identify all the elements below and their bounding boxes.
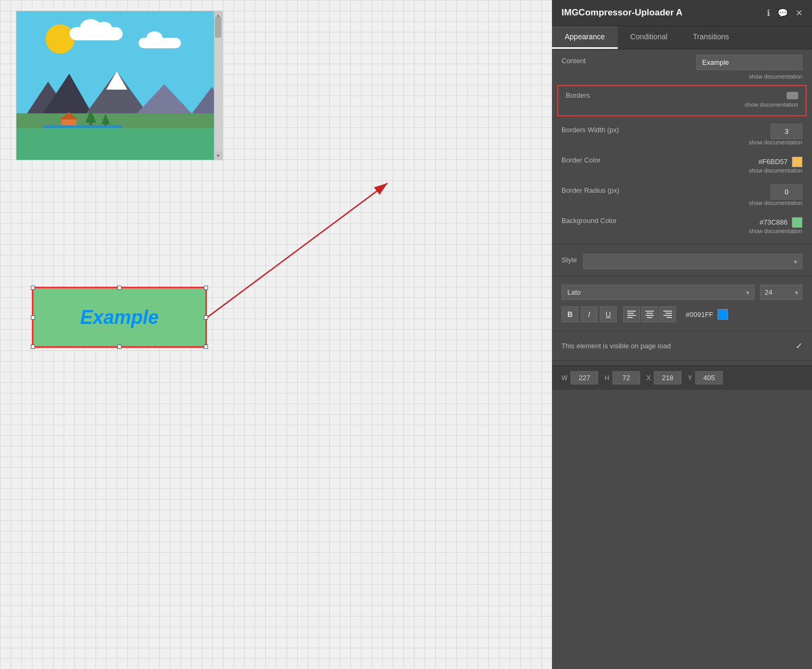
borders-doc-link[interactable]: show documentation [558,101,806,112]
align-center-button[interactable] [641,306,658,322]
right-panel: IMGCompressor-Uploader A ℹ 💬 ✕ Appearanc… [552,0,812,669]
border-color-value: #F6BD57 [758,157,802,167]
visible-check-icon[interactable]: ✓ [796,341,802,351]
bold-button[interactable]: B [562,306,578,322]
style-select[interactable] [583,254,802,269]
divider-3 [552,331,812,331]
visible-row: This element is visible on page load ✓ [552,336,812,356]
font-size-wrapper: 24 [760,285,802,300]
borders-width-doc-link[interactable]: show documentation [562,139,802,145]
align-left-button[interactable] [623,306,640,322]
borders-width-label: Borders Width (px) [562,126,619,134]
svg-rect-13 [645,311,654,312]
divider-4 [552,361,812,361]
content-row: Content show documentation [552,49,812,85]
svg-rect-18 [666,313,672,314]
border-color-swatch[interactable] [792,157,802,167]
close-icon[interactable]: ✕ [796,8,802,18]
border-radius-input[interactable] [771,184,802,200]
border-color-doc-link[interactable]: show documentation [562,167,802,174]
dim-x-label: X [646,374,651,382]
content-input[interactable] [696,55,802,70]
tab-conditional[interactable]: Conditional [618,26,680,49]
bg-color-doc-link[interactable]: show documentation [562,228,802,234]
info-icon[interactable]: ℹ [767,8,770,18]
svg-line-1 [207,183,387,318]
align-right-icon [663,311,672,318]
text-format-row: B I U [552,304,812,327]
borders-label: Borders [566,91,590,99]
border-radius-doc-link[interactable]: show documentation [562,200,802,206]
align-center-icon [645,311,654,318]
borders-width-input[interactable] [771,124,802,139]
border-radius-label: Border Radius (px) [562,186,619,194]
svg-rect-9 [627,311,636,312]
dim-y-label: Y [688,374,692,382]
panel-title: IMGCompressor-Uploader A [562,7,683,18]
scrollbar-down[interactable]: ▼ [214,151,222,160]
cloud-decoration [70,27,123,40]
dim-w-input[interactable] [571,371,598,384]
panel-body: Content show documentation Borders show … [552,49,812,669]
handle-bottom-right[interactable] [204,345,208,349]
bg-color-row: Background Color #73C886 show documentat… [552,211,812,239]
handle-top-left[interactable] [31,286,35,290]
canvas-area[interactable]: ▲ ▼ Example [0,0,552,669]
scrollbar-thumb[interactable] [215,16,221,38]
svg-rect-16 [647,317,652,318]
panel-header-icons: ℹ 💬 ✕ [767,8,802,18]
dim-h-group: H [604,371,640,384]
align-right-button[interactable] [659,306,676,322]
border-color-row: Border Color #F6BD57 show documentation [552,151,812,179]
font-select[interactable]: Lato [562,285,755,300]
handle-bottom-left[interactable] [31,345,35,349]
cloud2-decoration [139,38,181,48]
handle-mid-right[interactable] [204,315,208,320]
divider-1 [552,244,812,244]
dim-w-label: W [562,374,567,382]
text-color-hex[interactable]: #0091FF [686,311,713,319]
example-element[interactable]: Example [32,287,207,348]
border-color-label: Border Color [562,156,601,164]
mountains-svg [16,61,222,129]
dim-x-input[interactable] [654,371,681,384]
bg-color-hex[interactable]: #73C886 [759,218,788,226]
svg-rect-15 [645,315,654,316]
underline-button[interactable]: U [600,306,617,322]
dim-y-group: Y [688,371,723,384]
panel-header: IMGCompressor-Uploader A ℹ 💬 ✕ [552,0,812,26]
handle-bottom-center[interactable] [117,345,122,349]
borders-toggle[interactable] [787,92,798,99]
visible-label: This element is visible on page load [562,342,671,350]
style-label: Style [562,256,577,264]
dim-w-group: W [562,371,598,384]
dim-y-input[interactable] [695,371,723,384]
content-doc-link[interactable]: show documentation [562,73,802,80]
handle-top-center[interactable] [117,286,122,290]
dims-row: W H X Y [552,365,812,390]
borders-width-row: Borders Width (px) show documentation [552,118,812,151]
style-row: Style [552,248,812,271]
border-color-hex[interactable]: #F6BD57 [758,158,788,166]
bg-color-value: #73C886 [759,217,802,228]
bg-color-swatch[interactable] [792,217,802,228]
handle-top-right[interactable] [204,286,208,290]
italic-button[interactable]: I [581,306,598,322]
svg-rect-11 [627,315,636,316]
tab-appearance[interactable]: Appearance [552,26,618,49]
scrollbar[interactable]: ▲ ▼ [214,11,222,160]
dim-h-input[interactable] [612,371,640,384]
handle-mid-left[interactable] [31,315,35,320]
example-element-wrapper: Example [32,287,207,348]
panel-tabs: Appearance Conditional Transitions [552,26,812,49]
divider-2 [552,276,812,276]
svg-rect-12 [627,317,633,318]
text-color-swatch[interactable] [718,309,728,320]
tab-transitions[interactable]: Transitions [680,26,742,49]
font-size-select[interactable]: 24 [760,285,802,300]
dim-h-label: H [604,374,609,382]
svg-rect-20 [667,317,672,318]
borders-row: Borders [558,86,806,101]
comment-icon[interactable]: 💬 [778,8,788,18]
example-element-text: Example [80,306,159,329]
